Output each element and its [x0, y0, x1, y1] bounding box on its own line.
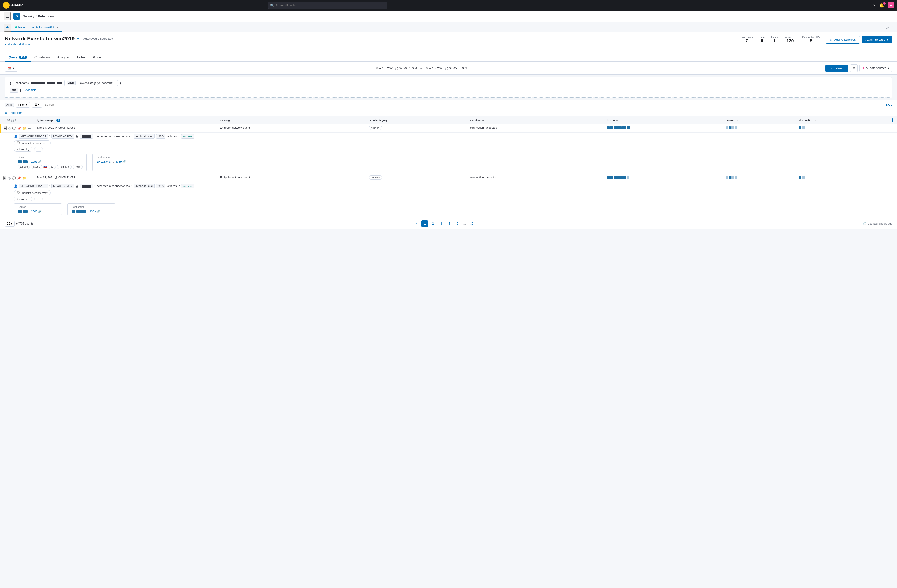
filter-options-dropdown-icon: ▾ — [38, 103, 40, 107]
row2-action-investigate[interactable]: ◎ — [8, 176, 11, 180]
timeline-tab-network-events[interactable]: Network Events for win2019 × — [11, 23, 63, 32]
query-tabs-bar: Query 735 Correlation Analyzer Notes Pin… — [0, 53, 897, 62]
elastic-logo[interactable]: elastic — [3, 2, 23, 9]
next-page-button[interactable]: › — [476, 220, 483, 227]
row2-action-pin[interactable]: 📌 — [17, 176, 21, 180]
dest-port-link[interactable]: 3389 🔗 — [115, 160, 126, 163]
dest2-port-link[interactable]: 3389 🔗 — [89, 210, 100, 213]
tab-analyzer[interactable]: Analyzer — [54, 53, 73, 62]
notifications-icon[interactable]: 🔔 — [879, 3, 884, 8]
filter-button[interactable]: Filter ▾ — [16, 102, 30, 108]
hostname-blocks — [607, 126, 721, 130]
stat-users: Users 0 — [759, 36, 765, 44]
row-action-more[interactable]: ••• — [28, 127, 31, 130]
sort-all-icon[interactable]: ↑ — [15, 118, 17, 122]
help-icon[interactable]: ? — [873, 3, 876, 8]
refresh-button[interactable]: ↻ Refresh — [825, 65, 848, 72]
copy-button[interactable]: ⧉ — [850, 64, 857, 72]
dest-external-link-icon: 🔗 — [122, 160, 126, 163]
action-buttons: ☆ Add to favorites Attach to case ▾ — [826, 36, 892, 44]
calendar-button[interactable]: 📅 ▾ — [5, 65, 17, 72]
filter-search-input[interactable] — [44, 102, 884, 107]
expand-row2-button[interactable]: ▶ — [3, 176, 6, 180]
row-action-comment[interactable]: 💬 — [12, 127, 16, 130]
source2-port-colon: : — [29, 210, 30, 213]
edit-title-icon[interactable]: ✏ — [77, 37, 80, 41]
event-category-column-header[interactable]: event.category — [366, 116, 467, 124]
page-2-button[interactable]: 2 — [430, 220, 436, 227]
src2-block-1 — [18, 210, 22, 213]
kql-badge[interactable]: KQL — [886, 103, 892, 107]
row-action-bookmark[interactable]: 📁 — [23, 127, 26, 130]
page-1-button[interactable]: 1 — [421, 220, 428, 227]
fullscreen-button[interactable]: ⤢ — [886, 25, 889, 30]
source-port-link[interactable]: 1551 🔗 — [31, 160, 41, 163]
filter-options-button[interactable]: ☰ ▾ — [32, 102, 42, 108]
pagination-bar: 25 ▾ of 735 events ‹ 1 2 3 4 5 … 30 › 🕐 … — [0, 218, 897, 229]
more-columns-indicator — [891, 116, 897, 124]
tab-notes[interactable]: Notes — [73, 53, 89, 62]
ip-redacted-chip — [80, 134, 93, 139]
per-page-dropdown[interactable]: 25 ▾ — [5, 221, 15, 226]
close-panel-button[interactable]: × — [891, 25, 893, 30]
row2-controls-cell: ▶ ◎ 💬 📌 📁 ••• — [0, 174, 34, 182]
source-ip-column-header[interactable]: source.ip — [724, 116, 796, 124]
menu-button[interactable]: ☰ — [4, 12, 11, 20]
source2-box: Source : 2346 🔗 — [14, 203, 62, 215]
src2-block-2 — [23, 210, 28, 213]
message-column-header[interactable]: message — [217, 116, 366, 124]
tab-close-button[interactable]: × — [57, 25, 58, 29]
global-search-input[interactable] — [268, 2, 387, 9]
page-3-button[interactable]: 3 — [438, 220, 444, 227]
page-5-button[interactable]: 5 — [454, 220, 461, 227]
tab-pinned[interactable]: Pinned — [89, 53, 106, 62]
tab-query[interactable]: Query 735 — [5, 53, 31, 62]
processes-label: Processes — [741, 36, 753, 38]
add-button[interactable]: + — [888, 2, 894, 8]
data-sources-button[interactable]: All data sources ▾ — [859, 64, 892, 72]
attach-to-case-button[interactable]: Attach to case ▾ — [862, 36, 892, 43]
row-action-pin[interactable]: 📌 — [17, 127, 21, 130]
data-table-container: ☰ ⚙ ⬚ ↑ @timestamp ↓ 1 message event.cat… — [0, 116, 897, 218]
incoming-chip: ∨ incoming — [14, 147, 32, 152]
settings-icon[interactable]: ⚙ — [7, 118, 10, 122]
event-type-text: Endpoint network event — [21, 142, 48, 145]
timeline-tabs-strip: + Network Events for win2019 × ⤢ × — [0, 22, 897, 32]
hostname-value-redacted — [31, 82, 45, 84]
column-indicator-bar — [892, 118, 893, 122]
hostname-chip[interactable]: host.name: — [13, 80, 64, 86]
category-chip[interactable]: event.category: "network" × — [78, 80, 118, 86]
row-action-investigate[interactable]: ◎ — [8, 127, 11, 130]
add-description-link[interactable]: Add a description ✏ — [5, 43, 113, 46]
page-4-button[interactable]: 4 — [446, 220, 453, 227]
list-view-icon[interactable]: ☰ — [3, 118, 6, 122]
page-30-button[interactable]: 30 — [468, 220, 475, 227]
event2-type-row: 💬 Endpoint network event — [14, 190, 894, 195]
or-operator[interactable]: OR — [10, 88, 18, 93]
row2-action-bookmark[interactable]: 📁 — [23, 176, 26, 180]
grid-icon[interactable]: ⬚ — [11, 118, 14, 122]
source2-port-link[interactable]: 2346 🔗 — [31, 210, 41, 213]
add-filter-link[interactable]: ⊕ + Add filter — [5, 111, 892, 115]
host-name-column-header[interactable]: host.name — [604, 116, 724, 124]
arrow-symbol: › — [94, 135, 95, 138]
dest-ip-column-header[interactable]: destination.ip — [796, 116, 891, 124]
prev-page-button[interactable]: ‹ — [413, 220, 420, 227]
dest-ip-link[interactable]: 10.128.0.57 — [96, 160, 112, 163]
row2-event-category-chip: network — [369, 176, 383, 180]
tab-correlation[interactable]: Correlation — [31, 53, 54, 62]
timestamp-column-header[interactable]: @timestamp ↓ 1 — [34, 116, 217, 124]
add-timeline-button[interactable]: + — [4, 24, 11, 32]
add-field-button[interactable]: + Add field — [23, 89, 37, 92]
updated-status: 🕐 Updated 3 hours ago — [863, 222, 892, 225]
row2-action-more[interactable]: ••• — [28, 176, 31, 180]
add-to-favorites-button[interactable]: ☆ Add to favorites — [826, 36, 860, 44]
dest-ip-blocks — [799, 126, 888, 130]
breadcrumb-security[interactable]: Security — [23, 14, 34, 18]
row2-action-comment[interactable]: 💬 — [12, 176, 16, 180]
category-chip-close[interactable]: × — [114, 82, 115, 84]
event-action-column-header[interactable]: event.action — [467, 116, 604, 124]
expand-row-button[interactable]: ▶ — [4, 126, 7, 130]
direction2-row: ∨ incoming tcp — [14, 197, 894, 202]
detail-inner: 👤 NETWORK SERVICE \ NT AUTHORITY @ › acc… — [0, 133, 897, 174]
